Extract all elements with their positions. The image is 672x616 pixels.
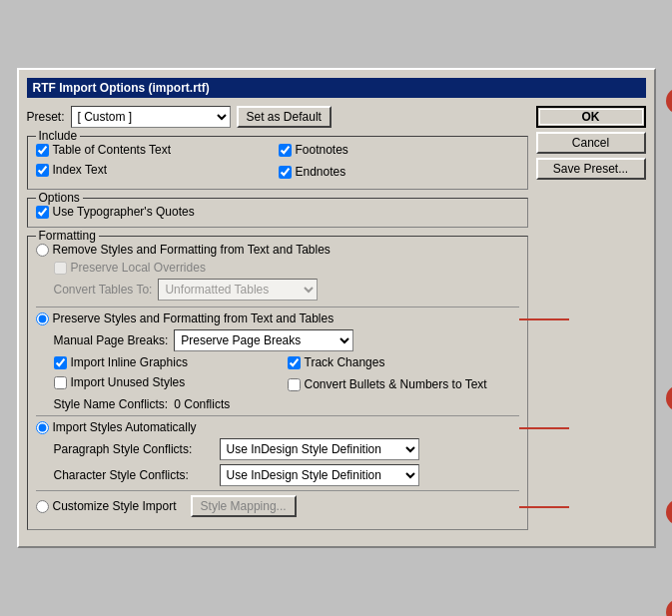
index-text-row: Index Text bbox=[36, 163, 277, 177]
track-changes-checkbox[interactable] bbox=[288, 356, 301, 369]
style-mapping-button[interactable]: Style Mapping... bbox=[191, 495, 297, 517]
marker-8: 8 bbox=[666, 599, 673, 616]
import-inline-graphics-label: Import Inline Graphics bbox=[71, 355, 188, 369]
paragraph-style-conflicts-select[interactable]: Use InDesign Style Definition bbox=[220, 438, 419, 460]
include-group: Include Table of Contents Text Footnotes… bbox=[27, 136, 528, 190]
remove-styles-radio[interactable] bbox=[36, 244, 49, 257]
import-auto-row: Import Styles Automatically bbox=[36, 420, 519, 434]
style-name-conflicts-value: 0 Conflicts bbox=[174, 397, 230, 411]
endnotes-checkbox[interactable] bbox=[279, 166, 292, 179]
preserve-local-row: Preserve Local Overrides bbox=[36, 261, 519, 275]
convert-bullets-label: Convert Bullets & Numbers to Text bbox=[305, 377, 487, 391]
style-name-conflicts-label: Style Name Conflicts: bbox=[54, 397, 169, 411]
preset-row: Preset: [ Custom ] Set as Default bbox=[27, 106, 528, 128]
customize-style-label: Customize Style Import bbox=[53, 499, 177, 513]
convert-tables-row: Convert Tables To: Unformatted Tables bbox=[36, 279, 519, 301]
typographers-quotes-label: Use Typographer's Quotes bbox=[53, 205, 195, 219]
options-group: Options Use Typographer's Quotes bbox=[27, 198, 528, 228]
dialog: RTF Import Options (import.rtf) Preset: … bbox=[17, 68, 656, 548]
character-style-conflicts-select[interactable]: Use InDesign Style Definition bbox=[220, 464, 419, 486]
convert-bullets-row: Convert Bullets & Numbers to Text bbox=[288, 375, 519, 393]
track-changes-row: Track Changes bbox=[288, 355, 519, 369]
toc-text-row: Table of Contents Text bbox=[36, 143, 277, 157]
left-panel: Preset: [ Custom ] Set as Default Includ… bbox=[27, 106, 528, 538]
manual-page-breaks-select[interactable]: Preserve Page Breaks bbox=[174, 329, 353, 351]
remove-styles-label: Remove Styles and Formatting from Text a… bbox=[53, 243, 331, 257]
track-changes-label: Track Changes bbox=[305, 355, 385, 369]
convert-tables-select[interactable]: Unformatted Tables bbox=[158, 279, 318, 301]
preset-select[interactable]: [ Custom ] bbox=[71, 106, 231, 128]
remove-styles-row: Remove Styles and Formatting from Text a… bbox=[36, 243, 519, 257]
character-style-conflicts-row: Character Style Conflicts: Use InDesign … bbox=[36, 464, 519, 486]
typographers-quotes-row: Use Typographer's Quotes bbox=[36, 205, 519, 219]
toc-text-checkbox[interactable] bbox=[36, 144, 49, 157]
customize-style-radio[interactable] bbox=[36, 500, 49, 513]
formatting-group-label: Formatting bbox=[36, 229, 99, 243]
toc-text-label: Table of Contents Text bbox=[53, 143, 172, 157]
preserve-styles-row: Preserve Styles and Formatting from Text… bbox=[36, 311, 519, 325]
manual-page-breaks-label: Manual Page Breaks: bbox=[54, 333, 169, 347]
paragraph-style-conflicts-row: Paragraph Style Conflicts: Use InDesign … bbox=[36, 438, 519, 460]
convert-bullets-checkbox[interactable] bbox=[288, 378, 301, 391]
import-inline-graphics-checkbox[interactable] bbox=[54, 356, 67, 369]
import-auto-radio[interactable] bbox=[36, 421, 49, 434]
title-bar: RTF Import Options (import.rtf) bbox=[27, 78, 646, 98]
footnotes-row: Footnotes bbox=[279, 143, 519, 157]
formatting-group: Formatting Remove Styles and Formatting … bbox=[27, 236, 528, 530]
marker-7: 7 bbox=[666, 499, 673, 525]
right-panel: OK Cancel Save Preset... bbox=[536, 106, 646, 538]
preset-label: Preset: bbox=[27, 110, 65, 124]
preserve-styles-radio[interactable] bbox=[36, 312, 49, 325]
style-name-conflicts-row: Style Name Conflicts: 0 Conflicts bbox=[36, 397, 519, 411]
footnotes-label: Footnotes bbox=[296, 143, 348, 157]
manual-page-breaks-row: Manual Page Breaks: Preserve Page Breaks bbox=[36, 329, 519, 351]
import-unused-styles-row: Import Unused Styles bbox=[54, 375, 286, 389]
import-inline-graphics-row: Import Inline Graphics bbox=[54, 355, 286, 369]
import-unused-styles-label: Import Unused Styles bbox=[71, 375, 186, 389]
preserve-local-label: Preserve Local Overrides bbox=[71, 261, 206, 275]
include-group-label: Include bbox=[36, 129, 81, 143]
endnotes-row: Endnotes bbox=[279, 163, 519, 181]
endnotes-label: Endnotes bbox=[296, 165, 346, 179]
customize-style-row: Customize Style Import Style Mapping... bbox=[36, 495, 519, 517]
marker-9: 9 bbox=[666, 88, 673, 114]
set-default-button[interactable]: Set as Default bbox=[237, 106, 332, 128]
preserve-local-checkbox[interactable] bbox=[54, 262, 67, 275]
paragraph-style-conflicts-label: Paragraph Style Conflicts: bbox=[54, 442, 214, 456]
footnotes-checkbox[interactable] bbox=[279, 144, 292, 157]
convert-tables-label: Convert Tables To: bbox=[54, 283, 153, 297]
ok-button[interactable]: OK bbox=[536, 106, 646, 128]
typographers-quotes-checkbox[interactable] bbox=[36, 206, 49, 219]
import-auto-label: Import Styles Automatically bbox=[53, 420, 197, 434]
import-unused-styles-checkbox[interactable] bbox=[54, 376, 67, 389]
cancel-button[interactable]: Cancel bbox=[536, 132, 646, 154]
marker-6: 6 bbox=[666, 385, 673, 411]
save-preset-button[interactable]: Save Preset... bbox=[536, 158, 646, 180]
index-text-checkbox[interactable] bbox=[36, 164, 49, 177]
preserve-styles-label: Preserve Styles and Formatting from Text… bbox=[53, 311, 335, 325]
character-style-conflicts-label: Character Style Conflicts: bbox=[54, 468, 214, 482]
index-text-label: Index Text bbox=[53, 163, 107, 177]
options-group-label: Options bbox=[36, 191, 83, 205]
dialog-title: RTF Import Options (import.rtf) bbox=[33, 81, 210, 95]
